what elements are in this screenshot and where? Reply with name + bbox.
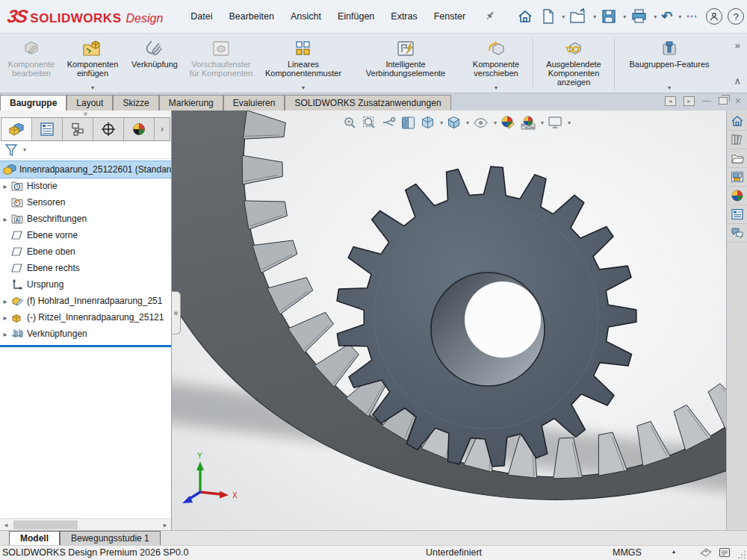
custom-properties-icon[interactable] bbox=[727, 205, 747, 224]
apply-scene-icon[interactable] bbox=[519, 114, 537, 131]
tree-item-historie[interactable]: ▸ Historie bbox=[0, 178, 171, 194]
section-view-icon[interactable] bbox=[400, 115, 417, 131]
appearances-scenes-icon[interactable] bbox=[727, 187, 747, 205]
insert-components-button[interactable]: Komponenten einfügen ▾ bbox=[61, 35, 124, 93]
tree-item-beschriftungen[interactable]: ▸ A Beschriftungen bbox=[0, 211, 171, 227]
previous-document-icon[interactable]: ◂ bbox=[665, 96, 676, 106]
zoom-to-area-icon[interactable] bbox=[361, 115, 378, 131]
print-dropdown[interactable]: ▾ bbox=[654, 13, 657, 20]
tab-propertymanager[interactable] bbox=[32, 118, 63, 140]
linear-pattern-dropdown[interactable]: ▾ bbox=[302, 84, 305, 92]
undo-dropdown[interactable]: ▾ bbox=[678, 13, 681, 20]
tree-item-ebene-oben[interactable]: ▸ Ebene oben bbox=[0, 243, 171, 260]
assembly-features-button[interactable]: Baugruppen-Features ▾ bbox=[617, 35, 722, 93]
tree-item-verknuepfungen[interactable]: ▸ Verknüpfungen bbox=[0, 326, 171, 342]
pin-menu-icon[interactable] bbox=[478, 7, 502, 27]
menu-extras[interactable]: Extras bbox=[382, 7, 425, 26]
panel-splitter-handle[interactable] bbox=[172, 291, 181, 335]
edit-appearance-icon[interactable] bbox=[499, 114, 517, 131]
expand-arrow-icon[interactable]: ▸ bbox=[0, 314, 10, 322]
print-button[interactable] bbox=[627, 6, 651, 27]
view-palette-icon[interactable] bbox=[727, 168, 747, 187]
menu-fenster[interactable]: Fenster bbox=[426, 7, 474, 26]
unit-system-dropdown[interactable]: ▴ bbox=[672, 548, 675, 555]
ribbon-overflow-button[interactable]: » bbox=[735, 40, 740, 51]
view-orientation-icon[interactable] bbox=[419, 115, 436, 131]
open-button[interactable] bbox=[566, 6, 590, 27]
file-explorer-icon[interactable] bbox=[727, 149, 747, 168]
options-dots-icon[interactable] bbox=[683, 10, 701, 22]
tab-skizze[interactable]: Skizze bbox=[113, 95, 158, 111]
menu-ansicht[interactable]: Ansicht bbox=[282, 7, 329, 26]
previous-view-icon[interactable] bbox=[380, 115, 397, 131]
tree-item-hohlrad[interactable]: ▸ (f) Hohlrad_Innenradpaarung_251 bbox=[0, 293, 171, 309]
filter-dropdown[interactable]: ▾ bbox=[23, 146, 26, 153]
hide-show-items-icon[interactable] bbox=[471, 115, 490, 131]
tab-markierung[interactable]: Markierung bbox=[159, 95, 223, 111]
tab-modell[interactable]: Modell bbox=[9, 531, 60, 545]
unit-system-selector[interactable]: MMGS bbox=[613, 547, 642, 558]
tree-splitter-handle[interactable] bbox=[0, 111, 171, 117]
expand-arrow-icon[interactable]: ▸ bbox=[0, 330, 10, 338]
tree-root-item[interactable]: Innenradpaarung_25122601 (Standard) bbox=[0, 161, 171, 178]
tab-layout[interactable]: Layout bbox=[66, 95, 113, 111]
expand-arrow-icon[interactable]: ▸ bbox=[0, 297, 10, 305]
assembly-features-dropdown[interactable]: ▾ bbox=[668, 84, 671, 92]
new-document-button[interactable] bbox=[538, 6, 559, 27]
tab-bewegungsstudie[interactable]: Bewegungsstudie 1 bbox=[60, 531, 161, 545]
document-minimize-icon[interactable]: — bbox=[702, 96, 711, 106]
tab-displaymanager[interactable] bbox=[124, 118, 155, 140]
tree-item-ebene-vorne[interactable]: ▸ Ebene vorne bbox=[0, 227, 171, 243]
next-document-icon[interactable]: ▸ bbox=[684, 96, 695, 106]
home-button[interactable] bbox=[514, 6, 536, 27]
hide-show-dropdown[interactable]: ▾ bbox=[494, 119, 497, 126]
save-dropdown[interactable]: ▾ bbox=[623, 13, 626, 20]
rollback-bar[interactable] bbox=[0, 345, 171, 347]
filter-funnel-icon[interactable] bbox=[4, 143, 19, 157]
design-library-icon[interactable] bbox=[727, 131, 747, 149]
tab-dimxpertmanager[interactable] bbox=[93, 118, 124, 140]
undo-button[interactable]: ↶ bbox=[658, 6, 675, 27]
expand-arrow-icon[interactable]: ▸ bbox=[0, 215, 10, 223]
edit-component-button[interactable]: Komponente bearbeiten bbox=[1, 35, 61, 93]
document-close-icon[interactable]: × bbox=[735, 95, 741, 107]
taskpane-home-icon[interactable] bbox=[727, 112, 747, 131]
tab-evaluieren[interactable]: Evaluieren bbox=[223, 95, 285, 111]
view-settings-icon[interactable] bbox=[546, 115, 564, 130]
viewport-canvas[interactable]: YX bbox=[172, 111, 726, 530]
forum-icon[interactable] bbox=[727, 224, 747, 243]
tab-featuremanager[interactable] bbox=[1, 118, 32, 140]
menu-einfuegen[interactable]: Einfügen bbox=[329, 7, 382, 26]
display-style-dropdown[interactable]: ▾ bbox=[466, 119, 469, 126]
ribbon-collapse-button[interactable]: ∧ bbox=[734, 75, 741, 87]
tab-zusatzanwendungen[interactable]: SOLIDWORKS Zusatzanwendungen bbox=[285, 95, 450, 111]
menu-bearbeiten[interactable]: Bearbeiten bbox=[220, 7, 282, 26]
move-component-dropdown[interactable]: ▾ bbox=[495, 84, 498, 92]
component-preview-window-button[interactable]: Vorschaufenster für Komponenten bbox=[185, 35, 257, 93]
insert-components-dropdown[interactable]: ▾ bbox=[91, 84, 94, 92]
expand-arrow-icon[interactable]: ▸ bbox=[0, 182, 10, 190]
tree-item-ebene-rechts[interactable]: ▸ Ebene rechts bbox=[0, 260, 171, 276]
tab-baugruppe[interactable]: Baugruppe bbox=[0, 95, 66, 111]
document-restore-icon[interactable] bbox=[719, 97, 728, 105]
resize-grip[interactable] bbox=[737, 550, 746, 559]
tree-item-ritzel[interactable]: ▸ (-) Ritzel_Innenradpaarung_25121 bbox=[0, 309, 171, 326]
show-hidden-components-button[interactable]: Ausgeblendete Komponenten anzeigen bbox=[536, 35, 612, 93]
linear-component-pattern-button[interactable]: Lineares Komponentenmuster ▾ bbox=[257, 35, 350, 93]
move-component-button[interactable]: Komponente verschieben ▾ bbox=[462, 35, 530, 93]
apply-scene-dropdown[interactable]: ▾ bbox=[541, 119, 544, 126]
smart-fasteners-button[interactable]: Intelligente Verbindungselemente bbox=[350, 35, 462, 93]
display-style-icon[interactable] bbox=[445, 115, 462, 131]
save-button[interactable] bbox=[598, 6, 620, 27]
help-icon[interactable]: ? bbox=[728, 8, 744, 25]
tree-item-ursprung[interactable]: ▸ Ursprung bbox=[0, 276, 171, 293]
menu-datei[interactable]: Datei bbox=[182, 7, 220, 26]
note-icon[interactable] bbox=[719, 547, 731, 560]
tree-tabs-overflow-icon[interactable]: › bbox=[155, 118, 170, 140]
tab-configurationmanager[interactable] bbox=[63, 118, 93, 140]
tree-item-sensoren[interactable]: ▸ Sensoren bbox=[0, 194, 171, 211]
new-document-dropdown[interactable]: ▾ bbox=[562, 13, 565, 20]
zoom-to-fit-icon[interactable] bbox=[341, 115, 359, 131]
scroll-left-icon[interactable]: ◂ bbox=[0, 521, 12, 529]
tag-icon[interactable] bbox=[699, 547, 713, 560]
